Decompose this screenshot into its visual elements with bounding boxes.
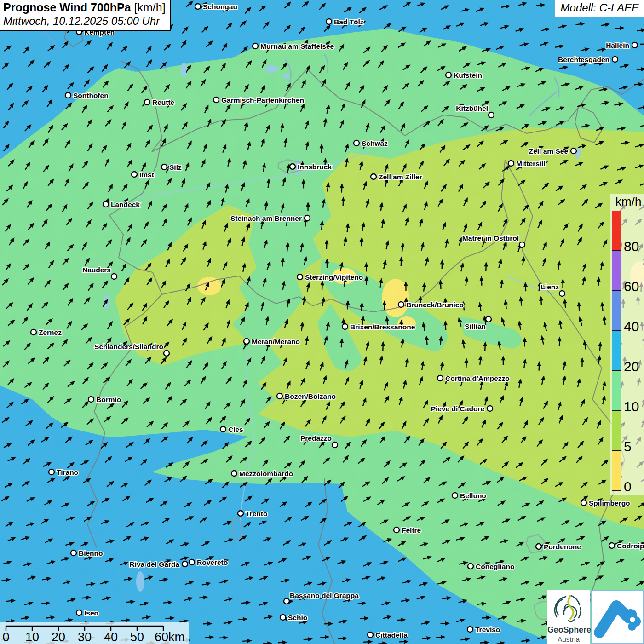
city-label: Matrei in Osttirol (462, 234, 519, 242)
city-label: Pordenone (544, 543, 581, 551)
city-label: Berchtesgaden (558, 56, 610, 63)
city-label: Trento (246, 510, 267, 518)
city-marker-group: Bozen/Bolzano (277, 392, 336, 400)
city-label: Hallein (606, 41, 629, 49)
city-dot-icon (536, 544, 541, 549)
model-label: Modell: C-LAEF (555, 0, 644, 17)
city-dot-icon (103, 201, 109, 207)
city-label: Sonthofen (73, 92, 109, 99)
city-label: Feltre (402, 526, 421, 534)
scalebar-tick-label: 30 (78, 630, 92, 644)
city-label: Zernez (39, 328, 62, 336)
scalebar-ruler: 0102030405060km (0, 622, 189, 644)
city-dot-icon (65, 92, 71, 98)
legend-class-swatch (612, 291, 621, 331)
legend-class-label: 5 (624, 440, 632, 454)
city-label: Murnau am Staffelsee (260, 42, 334, 50)
city-label: Tirano (57, 468, 78, 476)
geosphere-logo-box: GeoSphere Austria (547, 590, 590, 644)
legend-class-label: 40 (624, 320, 639, 334)
city-dot-icon (354, 140, 359, 146)
city-label: Sterzing/Vipiteno (305, 273, 363, 281)
legend-unit-label: km/h (615, 195, 644, 209)
city-dot-icon (238, 511, 243, 516)
city-dot-icon (487, 406, 493, 411)
legend-class-label: 0 (624, 480, 632, 494)
city-label: Sillian (465, 322, 486, 330)
city-marker-group: Silz (161, 163, 182, 171)
city-label: Predazzo (300, 434, 332, 442)
legend-class-swatch (612, 211, 621, 251)
city-dot-icon (71, 550, 76, 556)
city-label: Pieve di Cadore (431, 405, 485, 413)
scalebar-tick-label: 0 (2, 630, 9, 644)
city-dot-icon (632, 42, 638, 48)
city-dot-icon (144, 99, 150, 105)
city-label: Garmisch-Partenkirchen (221, 96, 304, 104)
city-dot-icon (280, 615, 286, 620)
city-dot-icon (231, 471, 237, 476)
city-label: Bassano del Grappa (290, 592, 359, 599)
city-marker-group: Bruneck/Brunico (398, 301, 464, 309)
city-label: Landeck (111, 201, 140, 208)
city-marker-group: Zell am Ziller (371, 173, 422, 181)
city-marker-group: Meran/Merano (244, 338, 300, 345)
wind-forecast-map-stage: SchongauBad TölzKemptenMurnau am Staffel… (0, 0, 644, 644)
city-label: Schongau (203, 3, 237, 11)
map-valid-time: Mittwoch, 10.12.2025 05:00 Uhr (3, 15, 166, 28)
scalebar-tick-label: 10 (25, 630, 39, 644)
legend-class-label: 80 (624, 240, 639, 253)
city-marker-group: Schio (280, 614, 307, 621)
city-label: Bruneck/Brunico (406, 301, 464, 309)
city-dot-icon (244, 339, 249, 344)
city-marker-group: Cles (220, 426, 243, 433)
city-dot-icon (581, 500, 586, 506)
legend-class-swatch (612, 411, 621, 451)
scalebar-tick-label: 20 (52, 630, 65, 644)
city-dot-icon (609, 543, 615, 548)
city-dot-icon (371, 174, 376, 179)
city-label: Zell am See (529, 147, 569, 155)
city-dot-icon (76, 610, 82, 615)
city-label: Schio (288, 614, 307, 621)
legend-class-swatch (612, 251, 621, 291)
city-dot-icon (213, 97, 219, 103)
city-dot-icon (519, 242, 525, 247)
city-dot-icon (486, 316, 491, 322)
city-dot-icon (49, 469, 54, 475)
city-label: Bormio (96, 396, 121, 403)
city-dot-icon (297, 274, 303, 280)
geosphere-org-name: GeoSphere (547, 625, 590, 635)
city-label: Mittersill (516, 160, 546, 167)
city-marker-group: Riva del Garda (129, 560, 188, 568)
city-label: Innsbruck (298, 163, 332, 171)
city-marker-group: Garmisch-Partenkirchen (213, 96, 304, 104)
city-dot-icon (571, 148, 576, 154)
city-label: Spilimbergo (589, 499, 630, 507)
city-dot-icon (332, 442, 338, 448)
city-label: Cortina d'Ampezzo (445, 374, 510, 382)
city-dot-icon (220, 426, 226, 432)
city-label: Imst (139, 171, 154, 178)
city-marker-group: Imst (132, 171, 154, 178)
city-dot-icon (559, 291, 565, 296)
city-label: Meran/Merano (252, 338, 300, 345)
city-dot-icon (398, 302, 404, 307)
city-label: Kitzbühel (456, 104, 488, 112)
city-label: Mezzolombardo (239, 470, 293, 477)
city-dot-icon (368, 632, 373, 638)
city-marker-group: Cortina d'Ampezzo (437, 374, 510, 382)
city-label: Iseo (84, 609, 98, 617)
legend-class-swatch (612, 371, 621, 411)
city-dot-icon (468, 564, 473, 569)
city-marker-group: Steinach am Brenner (230, 214, 310, 222)
legend-class-label: 10 (624, 400, 639, 414)
city-dot-icon (508, 161, 514, 166)
city-label: Cittadella (375, 631, 408, 639)
city-dot-icon (446, 72, 451, 78)
legend-class-label: 20 (624, 360, 639, 374)
city-label: Schwaz (362, 139, 388, 147)
city-label: Rovereto (197, 558, 228, 566)
city-label: Schlanders/Silandro (94, 343, 163, 351)
city-label: Conegliano (476, 563, 514, 570)
